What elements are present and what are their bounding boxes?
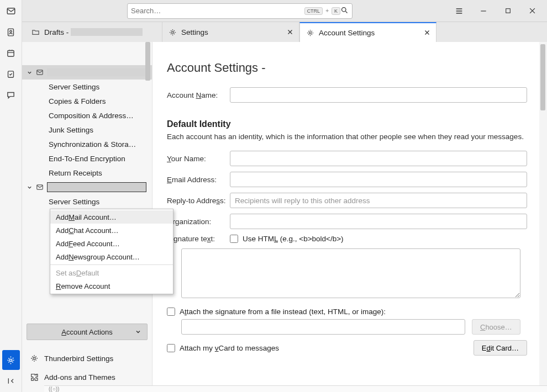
- tree-server-settings[interactable]: Server Settings: [22, 80, 152, 94]
- search-icon[interactable]: [340, 6, 349, 16]
- tree-sync[interactable]: Synchronization & Stora…: [22, 137, 152, 151]
- window-minimize-icon[interactable]: [478, 6, 488, 16]
- svg-point-9: [309, 31, 311, 34]
- close-tab-icon[interactable]: [287, 29, 293, 35]
- redacted-area: [47, 182, 146, 192]
- signature-textarea[interactable]: [181, 248, 520, 298]
- chevron-down-icon: [27, 70, 33, 76]
- your-name-field[interactable]: [230, 151, 527, 166]
- tree-composition[interactable]: Composition & Address…: [22, 108, 152, 123]
- menu-add-mail[interactable]: Add Mail Account…: [50, 210, 173, 224]
- tree-copies-folders[interactable]: Copies & Folders: [22, 94, 152, 108]
- puzzle-icon: [30, 373, 39, 382]
- chevron-down-icon: [135, 329, 141, 335]
- settings-space-icon[interactable]: [2, 350, 20, 370]
- folder-icon: [31, 28, 40, 36]
- reply-to-field[interactable]: [230, 193, 527, 208]
- svg-rect-3: [8, 50, 14, 56]
- tree-server-settings-2[interactable]: Server Settings: [22, 194, 152, 209]
- svg-rect-7: [506, 9, 510, 13]
- tab-label: Settings: [181, 28, 208, 36]
- calendar-space-icon[interactable]: [2, 43, 20, 63]
- tree-e2e[interactable]: End-To-End Encryption: [22, 151, 152, 166]
- window-maximize-icon[interactable]: [503, 6, 513, 16]
- svg-point-6: [342, 7, 346, 12]
- chat-space-icon[interactable]: [2, 85, 20, 105]
- bottom-links: Thunderbird Settings Add-ons and Themes: [22, 343, 152, 392]
- your-name-label: Your Name:: [167, 155, 230, 163]
- tab-label: Drafts -: [44, 28, 69, 36]
- page-title: Account Settings -: [167, 61, 527, 75]
- tab-account-settings[interactable]: Account Settings: [299, 22, 436, 42]
- menu-add-feed[interactable]: Add Feed Account…: [50, 237, 173, 250]
- email-label: Email Address:: [167, 176, 230, 184]
- account-name-field[interactable]: [230, 87, 527, 103]
- redacted-area: [71, 28, 143, 36]
- menu-add-chat[interactable]: Add Chat Account…: [50, 224, 173, 237]
- chevron-down-icon: [27, 184, 33, 190]
- close-tab-icon[interactable]: [424, 29, 430, 36]
- section-description: Each account has an identity, which is t…: [167, 133, 527, 141]
- menu-set-default: Set as Default: [50, 266, 173, 279]
- menu-remove-account[interactable]: Remove Account: [50, 279, 173, 293]
- account-node-2[interactable]: [22, 180, 152, 194]
- titlebar: CTRL+K: [22, 0, 547, 22]
- content-scrollbar[interactable]: ▴▾: [539, 42, 547, 392]
- tab-settings[interactable]: Settings: [162, 22, 299, 42]
- tab-strip: Drafts - Settings Account Settings: [22, 22, 547, 42]
- organization-label: Organization:: [167, 218, 230, 226]
- attach-vcard-checkbox[interactable]: [167, 344, 175, 352]
- edit-card-button[interactable]: Edit Card…: [474, 340, 527, 356]
- redacted-area: [47, 68, 148, 76]
- app-menu-icon[interactable]: [454, 6, 464, 16]
- account-actions-button[interactable]: AAccount Actionsccount Actions: [27, 324, 148, 340]
- account-icon: [36, 183, 44, 191]
- mail-space-icon[interactable]: [2, 1, 20, 21]
- account-settings-form: Account Settings - Account Name: Default…: [152, 42, 547, 392]
- gear-icon: [306, 29, 314, 37]
- gear-icon: [168, 28, 177, 36]
- collapse-sidebar-icon[interactable]: [2, 371, 20, 391]
- account-name-label: Account Name:: [167, 91, 230, 99]
- account-actions-menu: Add Mail Account… Add Chat Account… Add …: [50, 209, 173, 294]
- address-book-icon[interactable]: [2, 22, 20, 42]
- section-title: Default Identity: [167, 119, 527, 129]
- account-node-1[interactable]: [22, 65, 152, 80]
- attach-file-checkbox[interactable]: [167, 308, 175, 316]
- attach-vcard-label: Attach my vCard to messages: [180, 344, 279, 352]
- signature-file-field[interactable]: [181, 319, 465, 335]
- global-search[interactable]: CTRL+K: [127, 3, 353, 19]
- reply-to-label: Reply-to Address:: [167, 197, 230, 205]
- svg-point-12: [33, 357, 35, 359]
- search-input[interactable]: [131, 7, 303, 15]
- account-icon: [36, 68, 44, 76]
- activity-bar: [0, 0, 22, 392]
- svg-point-8: [171, 31, 173, 33]
- menu-add-newsgroup[interactable]: Add Newsgroup Account…: [50, 250, 173, 263]
- signature-text-label: Signature text:: [167, 235, 230, 243]
- main-column: CTRL+K Drafts - Settings Account Settin: [22, 0, 547, 392]
- tab-drafts[interactable]: Drafts -: [25, 22, 162, 42]
- window-close-icon[interactable]: [527, 6, 537, 16]
- gear-icon: [30, 354, 39, 363]
- attach-file-label: Attach the signature from a file instead…: [180, 308, 386, 316]
- thunderbird-settings-link[interactable]: Thunderbird Settings: [30, 349, 149, 368]
- svg-point-5: [9, 359, 12, 361]
- use-html-checkbox[interactable]: [230, 235, 238, 243]
- tasks-space-icon[interactable]: [2, 64, 20, 84]
- choose-file-button[interactable]: Choose…: [472, 319, 520, 335]
- use-html-label: Use HTML (e.g., <b>bold</b>): [243, 235, 344, 243]
- tree-junk[interactable]: Junk Settings: [22, 123, 152, 137]
- tab-label: Account Settings: [319, 29, 375, 37]
- status-bar: ((○)): [44, 385, 547, 392]
- email-field[interactable]: [230, 172, 527, 187]
- link-label: Add-ons and Themes: [44, 373, 115, 382]
- search-shortcut-hint: CTRL+K: [304, 7, 340, 15]
- organization-field[interactable]: [230, 214, 527, 229]
- addons-themes-link[interactable]: Add-ons and Themes: [30, 368, 149, 386]
- svg-point-2: [10, 30, 12, 33]
- tree-return-receipts[interactable]: Return Receipts: [22, 166, 152, 180]
- link-label: Thunderbird Settings: [44, 354, 113, 363]
